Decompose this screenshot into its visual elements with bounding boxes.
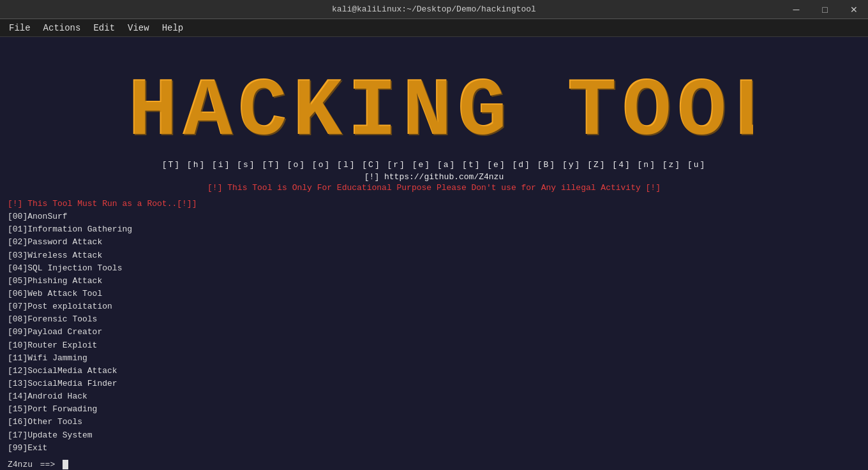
- cursor: [63, 460, 68, 469]
- subtitle-chars: [T] [h] [i] [s] [T] [o] [o] [l] [C] [r] …: [8, 160, 860, 170]
- menu-item[interactable]: [01]Information Gathering: [8, 223, 860, 236]
- menu-item[interactable]: [11]Wifi Jamming: [8, 352, 860, 365]
- menu-edit[interactable]: Edit: [87, 22, 121, 34]
- menu-item[interactable]: [04]SQL Injection Tools: [8, 262, 860, 275]
- menu-item[interactable]: [03]Wireless Attack: [8, 249, 860, 262]
- svg-text:HACKING TOOL: HACKING TOOL: [129, 66, 753, 153]
- menu-item[interactable]: [13]SocialMedia Finder: [8, 378, 860, 390]
- menu-help[interactable]: Help: [156, 22, 190, 34]
- menu-item[interactable]: [07]Post exploitation: [8, 300, 860, 313]
- warning-text: [!] This Tool is Only For Educational Pu…: [8, 183, 860, 193]
- menu-list: [!] This Tool Must Run as a Root..[!]] […: [8, 198, 860, 455]
- prompt-arrow: ==>: [35, 460, 60, 469]
- menu-item[interactable]: [08]Forensic Tools: [8, 313, 860, 326]
- menu-item[interactable]: [17]Update System: [8, 429, 860, 442]
- must-root-text: [!] This Tool Must Run as a Root..[!]]: [8, 198, 860, 210]
- window-controls: ─ □ ✕: [782, 0, 868, 19]
- close-button[interactable]: ✕: [839, 0, 868, 19]
- menu-item[interactable]: [00]AnonSurf: [8, 210, 860, 223]
- minimize-button[interactable]: ─: [782, 0, 811, 19]
- menu-item[interactable]: [14]Android Hack: [8, 390, 860, 403]
- prompt-user: Z4nzu: [8, 460, 33, 469]
- maximize-button[interactable]: □: [811, 0, 839, 19]
- window-title: kali@kaliLinux:~/Desktop/Demo/hackingtoo…: [332, 4, 536, 14]
- prompt-line: Z4nzu ==>: [8, 460, 860, 469]
- menu-item[interactable]: [09]Payload Creator: [8, 326, 860, 339]
- menu-item[interactable]: [15]Port Forwading: [8, 403, 860, 416]
- ascii-art-svg: .px { font-family: 'Courier New', monosp…: [115, 45, 753, 153]
- menu-item[interactable]: [02]Password Attack: [8, 236, 860, 249]
- menu-item[interactable]: [05]Phishing Attack: [8, 275, 860, 288]
- menu-file[interactable]: File: [3, 22, 37, 34]
- menu-item[interactable]: [16]Other Tools: [8, 416, 860, 429]
- menu-actions[interactable]: Actions: [37, 22, 87, 34]
- title-bar: kali@kaliLinux:~/Desktop/Demo/hackingtoo…: [0, 0, 868, 19]
- menu-bar: File Actions Edit View Help: [0, 19, 868, 37]
- ascii-art-container: .px { font-family: 'Courier New', monosp…: [8, 45, 860, 156]
- menu-view[interactable]: View: [121, 22, 156, 34]
- menu-item[interactable]: [10]Router Exploit: [8, 339, 860, 352]
- github-link: [!] https://github.com/Z4nzu: [8, 172, 860, 182]
- terminal-area[interactable]: .px { font-family: 'Courier New', monosp…: [0, 37, 868, 470]
- menu-item[interactable]: [99]Exit: [8, 442, 860, 455]
- menu-item[interactable]: [12]SocialMedia Attack: [8, 365, 860, 378]
- menu-item[interactable]: [06]Web Attack Tool: [8, 288, 860, 300]
- menu-items-container: [00]AnonSurf[01]Information Gathering[02…: [8, 210, 860, 455]
